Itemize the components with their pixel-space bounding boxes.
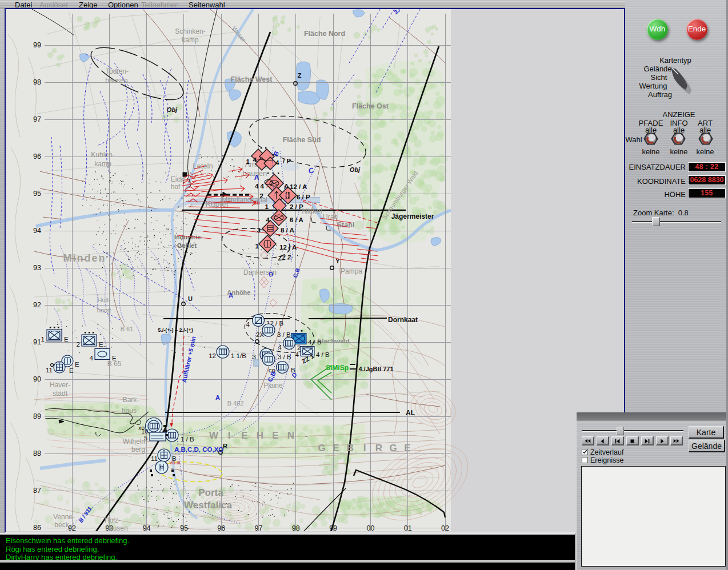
svg-text:98: 98 bbox=[33, 78, 41, 86]
svg-text:G: G bbox=[389, 443, 397, 453]
svg-text:97: 97 bbox=[255, 524, 263, 531]
svg-text:99: 99 bbox=[33, 41, 41, 49]
svg-text:G: G bbox=[318, 443, 325, 453]
svg-text:3 / B: 3 / B bbox=[278, 354, 291, 360]
svg-text:12 / A: 12 / A bbox=[290, 183, 307, 190]
svg-text:Dornkaat: Dornkaat bbox=[388, 316, 418, 324]
svg-text:1: 1 bbox=[255, 243, 259, 250]
svg-text:1: 1 bbox=[265, 203, 269, 210]
svg-text:Venne-: Venne- bbox=[53, 513, 75, 521]
svg-text:12 / A: 12 / A bbox=[279, 244, 297, 251]
svg-text:Todten-: Todten- bbox=[106, 67, 129, 75]
svg-text:89: 89 bbox=[33, 412, 41, 420]
svg-text:H: H bbox=[257, 430, 263, 441]
svg-text:Gebiet: Gebiet bbox=[177, 242, 197, 249]
svg-text:90: 90 bbox=[33, 375, 41, 383]
svg-text:beck: beck bbox=[54, 521, 69, 529]
svg-text:Fläche West: Fläche West bbox=[231, 75, 273, 83]
svg-text:haus: haus bbox=[122, 407, 137, 415]
svg-text:11: 11 bbox=[151, 455, 158, 462]
svg-text:städt: städt bbox=[53, 390, 68, 398]
svg-text:86: 86 bbox=[33, 524, 41, 531]
svg-text:B 482: B 482 bbox=[227, 400, 244, 407]
svg-text:hausen: hausen bbox=[105, 524, 127, 531]
svg-text:4 / B: 4 / B bbox=[316, 351, 330, 358]
svg-text:1 1/B: 1 1/B bbox=[231, 352, 246, 359]
svg-text:3: 3 bbox=[257, 227, 261, 234]
svg-text:87: 87 bbox=[33, 487, 41, 495]
svg-text:Flachwald: Flachwald bbox=[318, 338, 350, 344]
svg-text:E: E bbox=[75, 361, 79, 368]
svg-text:-: - bbox=[305, 430, 308, 441]
svg-text:Holt-: Holt- bbox=[97, 296, 111, 303]
svg-text:94: 94 bbox=[33, 227, 41, 235]
svg-text:94: 94 bbox=[143, 524, 151, 531]
svg-text:4: 4 bbox=[275, 159, 279, 166]
svg-text:Pampa: Pampa bbox=[341, 267, 362, 275]
svg-text:E: E bbox=[64, 336, 69, 343]
svg-text:01: 01 bbox=[404, 524, 412, 531]
svg-text:4 4: 4 4 bbox=[255, 183, 265, 190]
svg-text:00: 00 bbox=[366, 524, 374, 531]
svg-text:horst: horst bbox=[97, 307, 111, 314]
svg-text:A: A bbox=[215, 394, 220, 401]
svg-text:Fläche Nord: Fläche Nord bbox=[304, 30, 345, 38]
svg-text:I: I bbox=[228, 430, 231, 441]
svg-text:B: B bbox=[172, 455, 177, 462]
svg-text:A: A bbox=[229, 292, 233, 299]
svg-text:Bark-: Bark- bbox=[123, 396, 139, 404]
svg-text:1 / B: 1 / B bbox=[181, 436, 194, 443]
svg-text:4./JgBtl 771: 4./JgBtl 771 bbox=[358, 366, 393, 372]
svg-text:1: 1 bbox=[246, 158, 250, 165]
svg-text:Holz-: Holz- bbox=[105, 516, 121, 524]
svg-text:Schinken-: Schinken- bbox=[175, 27, 205, 35]
svg-text:E: E bbox=[241, 430, 247, 441]
svg-text:8 / A: 8 / A bbox=[281, 227, 294, 234]
svg-text:2X: 2X bbox=[256, 331, 264, 338]
svg-text:4: 4 bbox=[253, 156, 257, 163]
svg-text:4: 4 bbox=[278, 344, 282, 351]
svg-text:A: A bbox=[254, 174, 259, 182]
svg-text:2: 2 bbox=[77, 341, 80, 348]
svg-text:4 / B: 4 / B bbox=[308, 339, 322, 346]
svg-text:3: 3 bbox=[253, 354, 256, 360]
svg-text:A,B,C,D, CO,XO: A,B,C,D, CO,XO bbox=[174, 446, 223, 453]
svg-text:B: B bbox=[347, 443, 354, 453]
svg-text:10: 10 bbox=[141, 428, 148, 435]
svg-text:4: 4 bbox=[246, 321, 250, 328]
svg-text:88: 88 bbox=[33, 449, 41, 457]
svg-text:Porta: Porta bbox=[198, 487, 223, 498]
svg-text:4: 4 bbox=[266, 216, 270, 223]
svg-text:1: 1 bbox=[41, 336, 45, 343]
svg-text:hausen: hausen bbox=[105, 77, 127, 85]
svg-text:Eick-: Eick- bbox=[171, 175, 186, 183]
svg-text:co: co bbox=[269, 367, 275, 374]
svg-text:5: 5 bbox=[144, 435, 147, 441]
svg-text:92: 92 bbox=[33, 301, 41, 309]
svg-text:B 61: B 61 bbox=[121, 326, 134, 332]
svg-text:Obj: Obj bbox=[350, 166, 361, 173]
svg-text:6 / P: 6 / P bbox=[297, 194, 310, 200]
svg-text:11: 11 bbox=[46, 367, 53, 374]
svg-text:92: 92 bbox=[68, 524, 76, 531]
svg-text:02: 02 bbox=[441, 524, 449, 531]
svg-text:/ P: / P bbox=[283, 158, 291, 164]
svg-text:B: B bbox=[291, 367, 295, 374]
svg-text:E: E bbox=[272, 430, 278, 441]
svg-text:kamp: kamp bbox=[94, 160, 111, 168]
svg-text:93: 93 bbox=[33, 264, 41, 272]
svg-text:E: E bbox=[404, 443, 410, 453]
svg-text:2 / P: 2 / P bbox=[290, 203, 303, 210]
svg-text:Obj: Obj bbox=[167, 106, 178, 113]
svg-text:Industrie-: Industrie- bbox=[174, 234, 203, 240]
svg-text:4: 4 bbox=[90, 355, 94, 362]
svg-text:95: 95 bbox=[33, 190, 41, 198]
svg-text:96: 96 bbox=[33, 152, 41, 160]
svg-text:Nickel: Nickel bbox=[302, 207, 322, 215]
svg-text:E: E bbox=[333, 443, 339, 453]
svg-text:AL: AL bbox=[406, 409, 415, 417]
svg-text:Z: Z bbox=[298, 72, 302, 79]
svg-text:4: 4 bbox=[295, 351, 299, 358]
svg-text:2: 2 bbox=[260, 192, 263, 199]
svg-text:Plaine: Plaine bbox=[263, 382, 283, 390]
